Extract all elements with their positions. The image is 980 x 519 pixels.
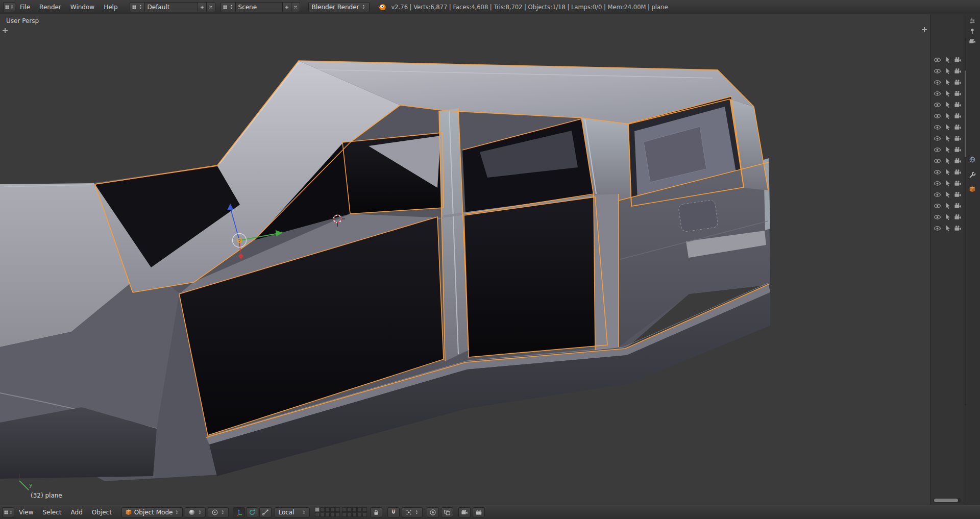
scene-browse-button[interactable] — [220, 2, 236, 12]
snap-toggle-button[interactable] — [387, 507, 400, 517]
renderability-camera-icon[interactable] — [954, 213, 962, 221]
viewport-shading-dropdown[interactable] — [185, 507, 206, 517]
duplicate-view-button[interactable] — [441, 507, 453, 517]
manipulator-toggle-button[interactable] — [233, 507, 245, 517]
visibility-eye-icon[interactable] — [934, 213, 941, 221]
properties-editor-icon[interactable] — [969, 17, 976, 24]
renderability-camera-icon[interactable] — [954, 168, 962, 176]
layer-toggle[interactable] — [347, 512, 352, 517]
renderability-camera-icon[interactable] — [954, 123, 962, 131]
properties-scrollbar-thumb[interactable] — [965, 70, 966, 157]
modifier-wrench-icon[interactable] — [969, 171, 976, 179]
car-model[interactable] — [0, 61, 770, 481]
scale-manipulator-button[interactable] — [259, 507, 272, 517]
viewport-3d[interactable]: User Persp (32) plane y — [0, 14, 930, 505]
renderability-camera-icon[interactable] — [954, 101, 962, 109]
lock-to-scene-button[interactable] — [370, 507, 382, 517]
snap-element-dropdown[interactable] — [402, 507, 423, 517]
renderability-camera-icon[interactable] — [954, 79, 962, 86]
menu-help[interactable]: Help — [99, 0, 122, 14]
visibility-eye-icon[interactable] — [934, 168, 941, 176]
renderability-camera-icon[interactable] — [954, 56, 962, 64]
screen-layout-add-button[interactable] — [198, 2, 207, 12]
screen-layout-browse-button[interactable] — [130, 2, 145, 12]
selectability-cursor-icon[interactable] — [944, 56, 951, 64]
selectability-cursor-icon[interactable] — [944, 123, 951, 131]
visibility-eye-icon[interactable] — [934, 146, 941, 154]
selectability-cursor-icon[interactable] — [944, 112, 951, 120]
selectability-cursor-icon[interactable] — [944, 90, 951, 97]
visibility-eye-icon[interactable] — [934, 157, 941, 165]
editor-type-selector[interactable] — [2, 507, 14, 517]
layer-toggle[interactable] — [325, 512, 330, 517]
render-opengl-still-button[interactable] — [458, 507, 471, 517]
scene-name-field[interactable]: Scene — [236, 2, 283, 12]
layer-toggle[interactable] — [330, 507, 335, 512]
selectability-cursor-icon[interactable] — [944, 225, 951, 232]
menu-file[interactable]: File — [15, 0, 35, 14]
rotate-manipulator-button[interactable] — [246, 507, 258, 517]
menu-add[interactable]: Add — [66, 505, 87, 519]
selectability-cursor-icon[interactable] — [944, 67, 951, 75]
visibility-eye-icon[interactable] — [934, 90, 941, 97]
menu-window[interactable]: Window — [66, 0, 99, 14]
visibility-eye-icon[interactable] — [934, 101, 941, 109]
render-opengl-anim-button[interactable] — [473, 507, 485, 517]
visibility-eye-icon[interactable] — [934, 67, 941, 75]
visibility-eye-icon[interactable] — [934, 135, 941, 142]
renderability-camera-icon[interactable] — [954, 135, 962, 142]
renderability-camera-icon[interactable] — [954, 67, 962, 75]
renderability-camera-icon[interactable] — [954, 90, 962, 97]
selectability-cursor-icon[interactable] — [944, 101, 951, 109]
selectability-cursor-icon[interactable] — [944, 213, 951, 221]
scene-delete-button[interactable] — [291, 2, 300, 12]
layer-toggle[interactable] — [330, 512, 335, 517]
renderability-camera-icon[interactable] — [954, 191, 962, 199]
selectability-cursor-icon[interactable] — [944, 157, 951, 165]
layer-toggle[interactable] — [342, 512, 347, 517]
visibility-eye-icon[interactable] — [934, 123, 941, 131]
layer-toggle[interactable] — [362, 512, 367, 517]
layer-toggle[interactable] — [352, 512, 357, 517]
layer-toggle[interactable] — [320, 507, 325, 512]
scrollbar-thumb[interactable] — [934, 499, 958, 502]
render-tab-camera-icon[interactable] — [969, 38, 976, 45]
layer-toggle[interactable] — [315, 507, 320, 512]
layer-toggle[interactable] — [315, 512, 320, 517]
visibility-eye-icon[interactable] — [934, 180, 941, 187]
layer-toggle[interactable] — [357, 507, 362, 512]
layer-toggle[interactable] — [342, 507, 347, 512]
menu-view[interactable]: View — [14, 505, 38, 519]
selectability-cursor-icon[interactable] — [944, 79, 951, 86]
selectability-cursor-icon[interactable] — [944, 146, 951, 154]
renderability-camera-icon[interactable] — [954, 157, 962, 165]
outliner-panel[interactable] — [930, 14, 964, 505]
visibility-eye-icon[interactable] — [934, 112, 941, 120]
selectability-cursor-icon[interactable] — [944, 180, 951, 187]
proportional-edit-button[interactable] — [427, 507, 439, 517]
renderability-camera-icon[interactable] — [954, 146, 962, 154]
layer-toggle[interactable] — [347, 507, 352, 512]
toolshelf-region-button[interactable] — [1, 27, 9, 35]
transform-orientation-dropdown[interactable]: Local — [275, 507, 310, 517]
visibility-eye-icon[interactable] — [934, 202, 941, 210]
selectability-cursor-icon[interactable] — [944, 202, 951, 210]
selectability-cursor-icon[interactable] — [944, 168, 951, 176]
pin-icon[interactable] — [969, 28, 976, 35]
render-engine-dropdown[interactable]: Blender Render — [308, 2, 370, 12]
viewport-canvas[interactable] — [0, 14, 930, 505]
properties-panel[interactable] — [964, 14, 980, 505]
layer-toggle[interactable] — [325, 507, 330, 512]
visibility-eye-icon[interactable] — [934, 191, 941, 199]
layer-toggle[interactable] — [335, 512, 340, 517]
layer-toggle[interactable] — [352, 507, 357, 512]
visibility-eye-icon[interactable] — [934, 56, 941, 64]
renderability-camera-icon[interactable] — [954, 112, 962, 120]
screen-layout-name-field[interactable]: Default — [145, 2, 198, 12]
menu-object[interactable]: Object — [87, 505, 116, 519]
world-tab-icon[interactable] — [969, 156, 976, 163]
expand-region-button[interactable] — [920, 26, 928, 34]
menu-select[interactable]: Select — [38, 505, 66, 519]
pivot-point-dropdown[interactable] — [208, 507, 229, 517]
renderability-camera-icon[interactable] — [954, 202, 962, 210]
